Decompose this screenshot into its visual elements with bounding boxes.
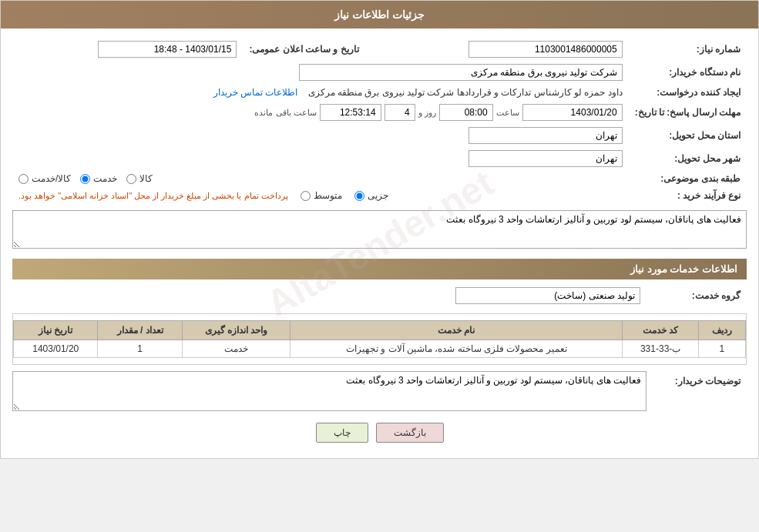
cell-name: تعمیر محصولات فلزی ساخته شده، ماشین آلات… bbox=[291, 340, 623, 358]
contact-link[interactable]: اطلاعات تماس خریدار bbox=[213, 87, 298, 98]
category-kala[interactable]: کالا bbox=[126, 173, 153, 184]
purchase-type-motavasset-radio[interactable] bbox=[301, 191, 311, 201]
purchase-type-note: پرداخت تمام یا بخشی از مبلغ خریدار از مح… bbox=[18, 191, 288, 201]
province-value bbox=[12, 124, 629, 147]
city-label: شهر محل تحویل: bbox=[629, 147, 747, 170]
col-code: کد خدمت bbox=[623, 321, 699, 340]
city-value bbox=[12, 147, 629, 170]
category-kala-radio[interactable] bbox=[126, 174, 136, 184]
back-button[interactable]: بازگشت bbox=[376, 423, 444, 443]
purchase-type-jozi-radio[interactable] bbox=[354, 191, 364, 201]
page-title: جزئیات اطلاعات نیاز bbox=[334, 8, 425, 21]
datetime-input[interactable] bbox=[98, 41, 237, 58]
category-kala-label: کالا bbox=[139, 173, 153, 184]
province-label: استان محل تحویل: bbox=[629, 124, 747, 147]
datetime-label: تاریخ و ساعت اعلان عمومی: bbox=[243, 38, 374, 61]
services-section-title: اطلاعات خدمات مورد نیاز bbox=[12, 259, 747, 279]
buyer-desc-section: توضیحات خریدار: bbox=[12, 371, 747, 413]
col-name: نام خدمت bbox=[291, 321, 623, 340]
purchase-type-options: پرداخت تمام یا بخشی از مبلغ خریدار از مح… bbox=[12, 187, 629, 204]
deadline-remaining-input[interactable] bbox=[320, 104, 381, 121]
col-qty: تعداد / مقدار bbox=[98, 321, 182, 340]
purchase-type-jozi[interactable]: جزیی bbox=[354, 190, 388, 201]
deadline-row: ساعت روز و ساعت باقی مانده bbox=[12, 101, 629, 124]
page-wrapper: جزئیات اطلاعات نیاز AltaTender.net شماره… bbox=[0, 0, 759, 459]
cell-code: ب-33-331 bbox=[623, 340, 699, 358]
category-options: کالا/خدمت خدمت کالا bbox=[12, 170, 629, 187]
cell-qty: 1 bbox=[98, 340, 182, 358]
deadline-days-input[interactable] bbox=[385, 104, 415, 121]
category-kala-khedmat[interactable]: کالا/خدمت bbox=[18, 173, 71, 184]
deadline-label: مهلت ارسال پاسخ: تا تاریخ: bbox=[629, 101, 747, 124]
buyer-org-input[interactable] bbox=[299, 64, 623, 81]
category-khedmat[interactable]: خدمت bbox=[80, 173, 117, 184]
col-unit: واحد اندازه گیری bbox=[182, 321, 290, 340]
top-info-table: شماره نیاز: تاریخ و ساعت اعلان عمومی: نا… bbox=[12, 38, 747, 204]
days-label: روز و bbox=[418, 108, 436, 118]
datetime-value bbox=[12, 38, 243, 61]
buyer-desc-content bbox=[12, 371, 646, 413]
province-input[interactable] bbox=[468, 127, 623, 144]
need-desc-textarea[interactable]: <span data-bind="header.need_desc_value"… bbox=[12, 210, 747, 249]
service-group-label: گروه خدمت: bbox=[646, 284, 747, 307]
content-area: AltaTender.net شماره نیاز: تاریخ و ساعت … bbox=[1, 28, 758, 458]
creator-value: داود حمزه لو کارشناس تدارکات و قراردادها… bbox=[12, 84, 629, 101]
col-rownum: ردیف bbox=[698, 321, 745, 340]
services-data-grid: ردیف کد خدمت نام خدمت واحد اندازه گیری ت… bbox=[13, 320, 746, 358]
service-group-input[interactable] bbox=[455, 287, 640, 304]
creator-text: داود حمزه لو کارشناس تدارکات و قراردادها… bbox=[308, 87, 623, 98]
service-group-table: گروه خدمت: bbox=[12, 284, 747, 307]
purchase-type-motavasset[interactable]: متوسط bbox=[301, 190, 342, 201]
need-number-label: شماره نیاز: bbox=[629, 38, 747, 61]
buyer-org-value bbox=[12, 61, 629, 84]
purchase-type-motavasset-label: متوسط bbox=[314, 190, 342, 201]
page-header: جزئیات اطلاعات نیاز bbox=[1, 1, 758, 28]
need-number-input[interactable] bbox=[468, 41, 623, 58]
button-row: بازگشت چاپ bbox=[12, 423, 747, 443]
table-row: 1 ب-33-331 تعمیر محصولات فلزی ساخته شده،… bbox=[14, 340, 746, 358]
creator-label: ایجاد کننده درخواست: bbox=[629, 84, 747, 101]
deadline-time-input[interactable] bbox=[439, 104, 493, 121]
category-khedmat-label: خدمت bbox=[93, 173, 117, 184]
category-label: طبقه بندی موضوعی: bbox=[629, 170, 747, 187]
print-button[interactable]: چاپ bbox=[316, 423, 368, 443]
purchase-type-jozi-label: جزیی bbox=[368, 190, 388, 201]
cell-rownum: 1 bbox=[698, 340, 745, 358]
services-grid-outer: ردیف کد خدمت نام خدمت واحد اندازه گیری ت… bbox=[12, 313, 747, 365]
need-desc-content: <span data-bind="header.need_desc_value"… bbox=[12, 210, 747, 251]
service-group-value bbox=[12, 284, 646, 307]
category-kala-khedmat-label: کالا/خدمت bbox=[32, 173, 71, 184]
city-input[interactable] bbox=[468, 150, 623, 167]
remaining-label: ساعت باقی مانده bbox=[254, 108, 316, 118]
need-desc-section: <span data-bind="header.need_desc_value"… bbox=[12, 210, 747, 251]
cell-unit: خدمت bbox=[182, 340, 290, 358]
cell-date: 1403/01/20 bbox=[14, 340, 98, 358]
deadline-date-input[interactable] bbox=[522, 104, 623, 121]
buyer-org-label: نام دستگاه خریدار: bbox=[629, 61, 747, 84]
col-date: تاریخ نیاز bbox=[14, 321, 98, 340]
need-number-value bbox=[374, 38, 629, 61]
category-kala-khedmat-radio[interactable] bbox=[18, 174, 29, 184]
category-khedmat-radio[interactable] bbox=[80, 174, 90, 184]
buyer-desc-label: توضیحات خریدار: bbox=[646, 371, 747, 391]
buyer-desc-textarea[interactable] bbox=[12, 371, 646, 411]
time-label: ساعت bbox=[496, 108, 519, 118]
purchase-type-label: نوع فرآیند خرید : bbox=[629, 187, 747, 204]
